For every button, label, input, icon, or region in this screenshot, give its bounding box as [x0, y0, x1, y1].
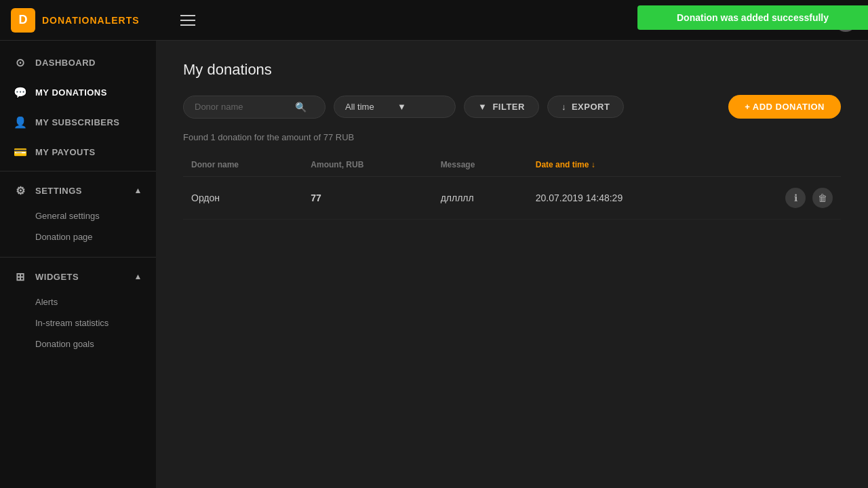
subscribers-icon: 👤 — [14, 115, 27, 129]
table-header-row: Donor name Amount, RUB Message Date and … — [183, 153, 841, 177]
hamburger-button[interactable] — [180, 15, 195, 26]
sidebar-divider-2 — [0, 257, 156, 258]
top-header: D DONATIONALERTS Bala... U Donation was … — [0, 0, 868, 41]
sidebar-item-donation-page[interactable]: Donation page — [35, 226, 156, 247]
sidebar-item-widgets[interactable]: ⊞ Widgets ▲ — [0, 262, 156, 291]
widgets-icon: ⊞ — [14, 270, 27, 283]
sidebar-item-dashboard[interactable]: ⊙ Dashboard — [0, 47, 156, 77]
col-amount: Amount, RUB — [302, 153, 432, 177]
settings-icon: ⚙ — [14, 184, 27, 197]
success-toast: Donation was added successfully — [637, 5, 868, 30]
cell-message: дллллл — [433, 177, 528, 220]
sidebar-divider-1 — [0, 171, 156, 171]
sidebar-item-donation-goals[interactable]: Donation goals — [35, 333, 156, 354]
export-icon: ↓ — [561, 102, 566, 112]
cell-donor: Ордон — [183, 177, 302, 220]
cell-date: 20.07.2019 14:48:29 — [528, 177, 722, 220]
body-layout: ⊙ Dashboard 💬 My Donations 👤 My Subscrib… — [0, 41, 868, 488]
payouts-icon: 💳 — [14, 145, 27, 159]
add-donation-button[interactable]: + ADD DONATION — [728, 95, 841, 119]
col-date[interactable]: Date and time ↓ — [528, 153, 722, 177]
col-actions — [722, 153, 841, 177]
result-summary: Found 1 donation for the amount of 77 RU… — [183, 132, 841, 142]
settings-arrow-icon: ▲ — [134, 186, 142, 195]
logo-text: DONATIONALERTS — [42, 15, 140, 26]
time-filter-dropdown[interactable]: All time ▼ — [334, 96, 456, 118]
main-content: My donations 🔍 All time ▼ ▼ FILTER ↓ EXP… — [156, 41, 868, 488]
logo-icon: D — [11, 8, 35, 33]
widgets-submenu: Alerts In-stream statistics Donation goa… — [0, 291, 156, 360]
table-row: Ордон 77 дллллл 20.07.2019 14:48:29 ℹ 🗑 — [183, 177, 841, 220]
search-box[interactable]: 🔍 — [183, 96, 326, 119]
col-donor-name: Donor name — [183, 153, 302, 177]
logo-area: D DONATIONALERTS — [11, 8, 167, 33]
dropdown-chevron-icon: ▼ — [397, 102, 444, 112]
sidebar-item-my-subscribers[interactable]: 👤 My Subscribers — [0, 107, 156, 137]
donations-icon: 💬 — [14, 85, 27, 99]
sidebar-item-alerts[interactable]: Alerts — [35, 291, 156, 312]
filter-icon: ▼ — [478, 102, 487, 112]
sidebar-item-my-payouts[interactable]: 💳 My Payouts — [0, 137, 156, 167]
export-button[interactable]: ↓ EXPORT — [547, 96, 624, 118]
filter-button[interactable]: ▼ FILTER — [464, 96, 539, 118]
sidebar-item-instream[interactable]: In-stream statistics — [35, 312, 156, 333]
delete-button[interactable]: 🗑 — [812, 188, 833, 208]
col-message: Message — [433, 153, 528, 177]
settings-submenu: General settings Donation page — [0, 205, 156, 253]
cell-actions: ℹ 🗑 — [722, 177, 841, 220]
search-input[interactable] — [195, 102, 290, 112]
dashboard-icon: ⊙ — [14, 56, 27, 69]
sidebar-item-settings[interactable]: ⚙ Settings ▲ — [0, 176, 156, 205]
sidebar: ⊙ Dashboard 💬 My Donations 👤 My Subscrib… — [0, 41, 156, 488]
row-actions: ℹ 🗑 — [730, 188, 833, 208]
sidebar-item-general-settings[interactable]: General settings — [35, 205, 156, 226]
donations-table: Donor name Amount, RUB Message Date and … — [183, 153, 841, 220]
search-icon: 🔍 — [295, 102, 307, 113]
info-button[interactable]: ℹ — [785, 188, 806, 208]
cell-amount: 77 — [302, 177, 432, 220]
widgets-arrow-icon: ▲ — [134, 272, 142, 281]
page-title: My donations — [183, 61, 841, 79]
sidebar-item-my-donations[interactable]: 💬 My Donations — [0, 77, 156, 107]
toolbar: 🔍 All time ▼ ▼ FILTER ↓ EXPORT + ADD DON… — [183, 95, 841, 119]
